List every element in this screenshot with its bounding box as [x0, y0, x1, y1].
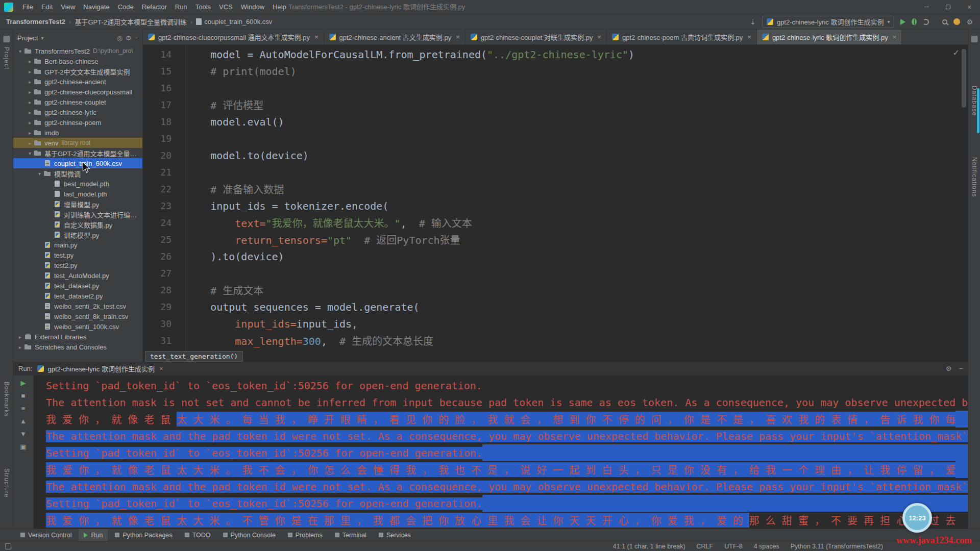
chevron-expanded-icon[interactable]: ▾: [16, 48, 24, 54]
tree-item-27[interactable]: weibo_senti_100k.csv: [13, 321, 142, 332]
tool-button-problems[interactable]: Problems: [283, 529, 328, 541]
tree-item-14[interactable]: last_model.pth: [13, 189, 142, 199]
tree-item-26[interactable]: weibo_senti_8k_train.csv: [13, 311, 142, 321]
tree-item-23[interactable]: test_dataset.py: [13, 281, 142, 291]
chevron-collapsed-icon[interactable]: ▸: [26, 99, 34, 105]
debug-button[interactable]: [912, 18, 917, 25]
menu-run[interactable]: Run: [171, 0, 191, 14]
project-stripe-label[interactable]: Project: [3, 47, 10, 69]
tree-item-21[interactable]: test2.py: [13, 260, 142, 270]
chevron-collapsed-icon[interactable]: ▸: [26, 120, 34, 126]
tool-button-python-console[interactable]: Python Console: [218, 529, 281, 541]
close-icon[interactable]: ×: [314, 33, 318, 41]
tool-button-services[interactable]: Services: [374, 529, 416, 541]
chevron-expanded-icon[interactable]: ▾: [26, 151, 34, 156]
python-interpreter[interactable]: Python 3.11 (TransformersTest2): [791, 543, 883, 550]
breadcrumb-item-1[interactable]: 基于GPT-2通用文本模型全量微调训练: [75, 17, 187, 27]
tree-item-4[interactable]: ▸gpt2-chinese-cluecorpussmall: [13, 87, 142, 97]
soft-wrap-icon[interactable]: ≡: [21, 405, 26, 412]
close-icon[interactable]: ×: [893, 33, 897, 41]
run-tab[interactable]: gpt2-chinese-lyric 歌词创作生成实例 ×: [37, 364, 163, 373]
inspections-ok-icon[interactable]: ✓: [953, 48, 960, 58]
chevron-collapsed-icon[interactable]: ▸: [26, 130, 34, 136]
tree-item-8[interactable]: ▸imdb: [13, 128, 142, 138]
tree-item-19[interactable]: main.py: [13, 240, 142, 250]
clear-console-icon[interactable]: ▣: [20, 443, 26, 450]
tree-item-7[interactable]: ▸gpt2-chinese-poem: [13, 117, 142, 128]
line-separator[interactable]: CRLF: [697, 543, 714, 550]
file-encoding[interactable]: UTF-8: [724, 543, 742, 550]
tool-window-toggle-icon[interactable]: [5, 543, 11, 549]
tree-item-6[interactable]: ▸gpt2-chinese-lyric: [13, 107, 142, 117]
menu-refactor[interactable]: Refactor: [138, 0, 171, 14]
editor-tab-3[interactable]: gpt2-chinese-poem 古典诗词生成实例.py×: [607, 30, 757, 44]
run-configuration-select[interactable]: gpt2-chinese-lyric 歌词创作生成实例 ▾: [762, 16, 895, 28]
editor[interactable]: 14 model = AutoModelForCausalLM.from_pre…: [143, 45, 968, 362]
chevron-collapsed-icon[interactable]: ▸: [26, 140, 34, 146]
tool-button-python-packages[interactable]: Python Packages: [110, 529, 177, 541]
tool-button-terminal[interactable]: Terminal: [330, 529, 372, 541]
tree-item-29[interactable]: ▸Scratches and Consoles: [13, 342, 142, 352]
scroll-down-icon[interactable]: ▼: [20, 431, 27, 437]
tree-item-11[interactable]: couplet_train_600k.csv: [13, 158, 142, 168]
bookmarks-stripe-label[interactable]: Bookmarks: [3, 382, 10, 417]
database-stripe-icon[interactable]: [971, 36, 977, 42]
close-icon[interactable]: ×: [597, 33, 601, 41]
project-panel-title[interactable]: Project: [17, 34, 38, 42]
chevron-collapsed-icon[interactable]: ▸: [26, 69, 34, 74]
tool-button-todo[interactable]: TODO: [180, 529, 216, 541]
close-icon[interactable]: ×: [456, 33, 460, 41]
tree-item-9[interactable]: ▸venvlibrary root: [13, 138, 142, 148]
minimize-button[interactable]: [916, 0, 937, 14]
close-icon[interactable]: ×: [747, 33, 751, 41]
rerun-coverage-icon[interactable]: [923, 19, 929, 25]
run-button[interactable]: [900, 19, 905, 25]
close-icon[interactable]: ×: [159, 365, 163, 372]
stripe-scrollbar[interactable]: [977, 88, 979, 133]
editor-tab-1[interactable]: gpt2-chinese-ancient 古文生成实例.py×: [324, 30, 465, 44]
editor-tab-2[interactable]: gpt2-chinese-couplet 对联生成实例.py×: [465, 30, 607, 44]
locate-file-icon[interactable]: ◎: [116, 34, 122, 42]
tree-item-15[interactable]: 增量模型.py: [13, 199, 142, 209]
chevron-expanded-icon[interactable]: ▾: [36, 171, 43, 177]
menu-window[interactable]: Window: [237, 0, 268, 14]
tree-item-13[interactable]: best_model.pth: [13, 179, 142, 189]
tree-item-24[interactable]: test_dataset2.py: [13, 291, 142, 301]
scroll-up-icon[interactable]: ▲: [20, 418, 27, 424]
caret-position[interactable]: 41:1 (1 char, 1 line break): [613, 543, 685, 550]
editor-scrollbar[interactable]: [962, 49, 966, 108]
menu-view[interactable]: View: [57, 0, 79, 14]
maximize-button[interactable]: [937, 0, 959, 14]
tree-item-12[interactable]: ▾模型微调: [13, 168, 142, 179]
tree-item-17[interactable]: 自定义数据集.py: [13, 219, 142, 230]
tree-item-28[interactable]: ▸External Libraries: [13, 332, 142, 342]
chevron-collapsed-icon[interactable]: ▸: [26, 89, 34, 95]
indent-setting[interactable]: 4 spaces: [754, 543, 779, 550]
tool-button-version-control[interactable]: Version Control: [15, 529, 77, 541]
tree-item-10[interactable]: ▾基于GPT-2通用文本模型全量微调训练: [13, 148, 142, 158]
tree-item-20[interactable]: test.py: [13, 250, 142, 260]
menu-code[interactable]: Code: [114, 0, 138, 14]
tree-item-3[interactable]: ▸gpt2-chinese-ancient: [13, 77, 142, 87]
editor-tab-0[interactable]: gpt2-chinese-cluecorpussmall 通用文本生成实例.py…: [143, 30, 324, 44]
menu-vcs[interactable]: VCS: [215, 0, 237, 14]
structure-stripe-label[interactable]: Structure: [3, 468, 10, 498]
profiler-icon[interactable]: [953, 18, 960, 25]
rerun-icon[interactable]: ▶: [21, 380, 26, 386]
chevron-collapsed-icon[interactable]: ▸: [26, 79, 34, 85]
breadcrumb-item-0[interactable]: TransformersTest2: [6, 18, 65, 26]
tree-item-0[interactable]: ▾TransformersTest2D:\python_pro\: [13, 46, 142, 56]
update-project-icon[interactable]: ⇣: [750, 18, 756, 26]
panel-settings-gear-icon[interactable]: ⚙: [126, 34, 132, 42]
console-output[interactable]: Setting `pad_token_id` to `eos_token_id`…: [34, 375, 968, 529]
tree-item-2[interactable]: ▸GPT-2中文文本生成模型实例: [13, 66, 142, 77]
chevron-collapsed-icon[interactable]: ▸: [16, 334, 24, 340]
chevron-collapsed-icon[interactable]: ▸: [26, 59, 34, 64]
editor-tab-4[interactable]: gpt2-chinese-lyric 歌词创作生成实例.py×: [757, 30, 902, 44]
tree-item-22[interactable]: test_AutoModel.py: [13, 270, 142, 281]
chevron-down-icon[interactable]: ▾: [41, 35, 43, 41]
notifications-stripe-label[interactable]: Notifications: [971, 157, 978, 197]
menu-edit[interactable]: Edit: [37, 0, 57, 14]
close-button[interactable]: ×: [959, 0, 980, 14]
menu-file[interactable]: File: [18, 0, 37, 14]
